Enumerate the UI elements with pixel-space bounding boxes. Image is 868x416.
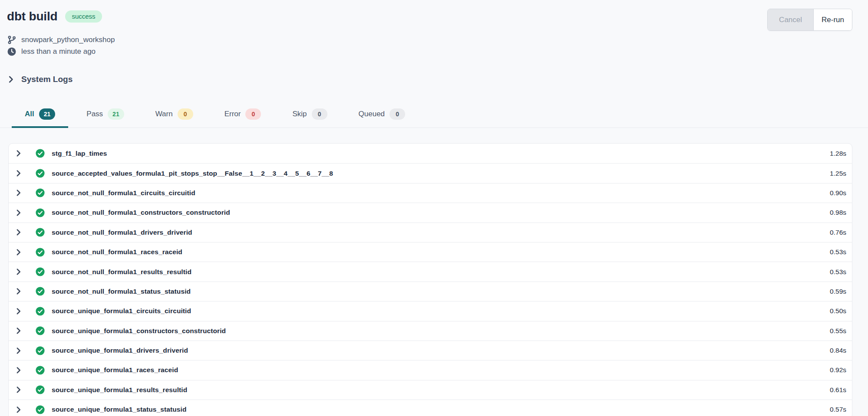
expand-chevron-icon[interactable]	[15, 347, 22, 354]
result-duration: 0.90s	[830, 189, 846, 197]
tab-warn[interactable]: Warn 0	[142, 108, 206, 128]
time-ago: less than a minute ago	[21, 47, 96, 56]
expand-chevron-icon[interactable]	[15, 367, 22, 374]
result-duration: 0.92s	[830, 366, 846, 374]
result-duration: 0.50s	[830, 307, 846, 315]
tab-label: Warn	[155, 109, 173, 119]
success-check-icon	[36, 346, 45, 355]
expand-chevron-icon[interactable]	[15, 209, 22, 216]
tab-label: Error	[224, 109, 241, 119]
result-row[interactable]: source_not_null_formula1_results_resulti…	[9, 262, 852, 281]
results-list: stg_f1_lap_times 1.28s source_accepted_v…	[8, 143, 852, 416]
success-check-icon	[36, 149, 45, 158]
tab-label: All	[25, 109, 34, 119]
tab-count-badge: 0	[389, 108, 405, 120]
result-row[interactable]: source_unique_formula1_constructors_cons…	[9, 321, 852, 341]
success-check-icon	[36, 326, 45, 335]
git-branch-icon	[7, 36, 16, 44]
tab-count-badge: 21	[39, 108, 56, 120]
result-duration: 0.76s	[830, 229, 846, 236]
tab-count-badge: 0	[245, 108, 261, 120]
status-badge: success	[65, 10, 102, 23]
result-row[interactable]: source_not_null_formula1_constructors_co…	[9, 203, 852, 222]
tab-all[interactable]: All 21	[12, 108, 68, 128]
result-name: source_not_null_formula1_circuits_circui…	[52, 189, 195, 197]
result-name: source_unique_formula1_constructors_cons…	[52, 327, 226, 335]
result-duration: 0.57s	[830, 406, 846, 413]
expand-chevron-icon[interactable]	[15, 170, 22, 177]
tab-queued[interactable]: Queued 0	[346, 108, 419, 128]
result-row[interactable]: source_not_null_formula1_circuits_circui…	[9, 183, 852, 203]
expand-chevron-icon[interactable]	[15, 150, 22, 157]
result-duration: 0.61s	[830, 386, 846, 394]
result-row[interactable]: source_unique_formula1_drivers_driverid …	[9, 341, 852, 360]
success-check-icon	[36, 267, 45, 276]
expand-chevron-icon[interactable]	[15, 308, 22, 315]
tab-label: Skip	[292, 109, 307, 119]
result-duration: 0.59s	[830, 288, 846, 295]
expand-chevron-icon[interactable]	[15, 386, 22, 393]
result-row[interactable]: source_unique_formula1_races_raceid 0.92…	[9, 360, 852, 380]
tab-skip[interactable]: Skip 0	[279, 108, 340, 128]
result-name: stg_f1_lap_times	[52, 150, 107, 157]
result-name: source_not_null_formula1_drivers_driveri…	[52, 229, 192, 236]
run-action-button-group: Cancel Re-run	[767, 9, 852, 31]
tab-bar: All 21 Pass 21 Warn 0 Error 0 Skip 0 Que…	[0, 108, 868, 128]
clock-icon	[7, 47, 16, 56]
system-logs-toggle[interactable]: System Logs	[7, 75, 868, 84]
success-check-icon	[36, 307, 45, 316]
result-name: source_accepted_values_formula1_pit_stop…	[52, 170, 333, 177]
result-row[interactable]: source_not_null_formula1_status_statusid…	[9, 282, 852, 301]
result-row[interactable]: source_unique_formula1_results_resultid …	[9, 380, 852, 400]
page-title: dbt build	[7, 9, 57, 24]
branch-name: snowpark_python_workshop	[21, 36, 115, 44]
tab-count-badge: 0	[178, 108, 193, 120]
result-row[interactable]: source_unique_formula1_circuits_circuiti…	[9, 301, 852, 321]
result-row[interactable]: source_not_null_formula1_races_raceid 0.…	[9, 242, 852, 262]
result-row[interactable]: source_not_null_formula1_drivers_driveri…	[9, 223, 852, 242]
expand-chevron-icon[interactable]	[15, 327, 22, 334]
result-duration: 0.55s	[830, 327, 846, 335]
result-name: source_not_null_formula1_status_statusid	[52, 288, 191, 295]
tab-pass[interactable]: Pass 21	[73, 108, 137, 128]
success-check-icon	[36, 208, 45, 217]
result-name: source_unique_formula1_races_raceid	[52, 366, 178, 374]
result-name: source_not_null_formula1_results_resulti…	[52, 268, 191, 276]
time-row: less than a minute ago	[7, 47, 852, 56]
success-check-icon	[36, 248, 45, 257]
tab-count-badge: 21	[108, 108, 124, 120]
success-check-icon	[36, 405, 45, 414]
expand-chevron-icon[interactable]	[15, 288, 22, 295]
result-name: source_unique_formula1_results_resultid	[52, 386, 187, 394]
tab-label: Queued	[359, 109, 385, 119]
chevron-right-icon	[7, 75, 15, 83]
result-duration: 0.98s	[830, 209, 846, 216]
result-row[interactable]: source_unique_formula1_status_statusid 0…	[9, 400, 852, 416]
tab-error[interactable]: Error 0	[211, 108, 274, 128]
success-check-icon	[36, 228, 45, 237]
result-row[interactable]: source_accepted_values_formula1_pit_stop…	[9, 163, 852, 183]
expand-chevron-icon[interactable]	[15, 189, 22, 197]
rerun-button[interactable]: Re-run	[813, 9, 852, 30]
result-name: source_not_null_formula1_races_raceid	[52, 248, 182, 256]
result-name: source_unique_formula1_drivers_driverid	[52, 347, 188, 354]
branch-row: snowpark_python_workshop	[7, 36, 852, 44]
result-name: source_not_null_formula1_constructors_co…	[52, 209, 230, 216]
result-duration: 0.84s	[830, 347, 846, 354]
result-name: source_unique_formula1_status_statusid	[52, 406, 186, 413]
result-duration: 1.25s	[830, 170, 846, 177]
result-duration: 0.53s	[830, 248, 846, 256]
success-check-icon	[36, 188, 45, 197]
success-check-icon	[36, 287, 45, 296]
tab-count-badge: 0	[312, 108, 327, 120]
expand-chevron-icon[interactable]	[15, 249, 22, 256]
expand-chevron-icon[interactable]	[15, 268, 22, 275]
cancel-button[interactable]: Cancel	[768, 9, 813, 30]
result-row[interactable]: stg_f1_lap_times 1.28s	[9, 144, 852, 163]
title-row: dbt build success Cancel Re-run	[7, 9, 852, 31]
run-header: dbt build success Cancel Re-run snowpark…	[0, 0, 868, 56]
expand-chevron-icon[interactable]	[15, 229, 22, 236]
expand-chevron-icon[interactable]	[15, 406, 22, 413]
system-logs-label: System Logs	[21, 75, 73, 84]
success-check-icon	[36, 366, 45, 375]
